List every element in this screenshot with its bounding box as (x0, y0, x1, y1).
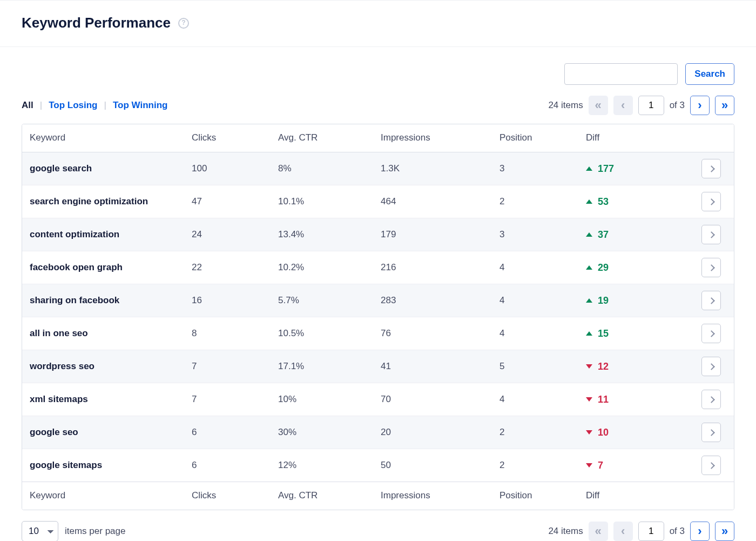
items-per-page-select[interactable]: 10 (22, 521, 58, 541)
pagination-top: 24 items « ‹ of 3 › » (548, 96, 734, 115)
cell-position: 4 (500, 328, 586, 340)
table-footer: Keyword Clicks Avg. CTR Impressions Posi… (22, 482, 734, 510)
diff-value: 10 (598, 426, 609, 439)
chevron-right-icon (708, 264, 715, 271)
page-number-input-bottom[interactable] (638, 522, 664, 541)
page-title: Keyword Performance (22, 14, 171, 32)
cell-ctr: 5.7% (278, 295, 381, 307)
cell-keyword: google search (30, 163, 192, 175)
trend-up-icon (586, 232, 592, 237)
page-number-input[interactable] (638, 96, 664, 115)
trend-up-icon (586, 298, 592, 303)
table-row: xml sitemaps710%70411 (22, 383, 734, 416)
next-page-button[interactable]: › (690, 96, 710, 115)
cell-keyword: all in one seo (30, 328, 192, 340)
cell-impressions: 283 (381, 295, 500, 307)
cell-impressions: 216 (381, 262, 500, 274)
cell-impressions: 1.3K (381, 163, 500, 175)
cell-clicks: 22 (192, 262, 278, 274)
cell-keyword: content optimization (30, 229, 192, 241)
page-of-label-bottom: of 3 (670, 525, 685, 538)
expand-row-button[interactable] (701, 423, 721, 442)
help-icon[interactable]: ? (178, 18, 189, 29)
last-page-button-bottom[interactable]: » (715, 522, 734, 541)
diff-value: 29 (598, 261, 609, 274)
col-position-foot: Position (500, 490, 586, 502)
cell-keyword: google sitemaps (30, 459, 192, 472)
diff-value: 15 (598, 327, 609, 340)
tab-separator: | (40, 99, 42, 112)
cell-impressions: 179 (381, 229, 500, 241)
cell-ctr: 10.2% (278, 262, 381, 274)
table-row: google search1008%1.3K3177 (22, 152, 734, 185)
cell-ctr: 30% (278, 426, 381, 439)
expand-row-button[interactable] (701, 258, 721, 277)
tab-separator: | (104, 99, 106, 112)
expand-row-button[interactable] (701, 291, 721, 310)
cell-position: 4 (500, 393, 586, 406)
expand-row-button[interactable] (701, 456, 721, 475)
expand-row-button[interactable] (701, 390, 721, 409)
table-row: google seo630%20210 (22, 416, 734, 449)
cell-keyword: sharing on facebook (30, 295, 192, 307)
cell-clicks: 16 (192, 295, 278, 307)
diff-value: 7 (598, 459, 603, 472)
cell-keyword: facebook open graph (30, 262, 192, 274)
cell-diff: 11 (586, 393, 678, 406)
filter-tabs: All | Top Losing | Top Winning (22, 99, 167, 112)
table-row: all in one seo810.5%76415 (22, 317, 734, 350)
last-page-button[interactable]: » (715, 96, 734, 115)
chevron-right-icon (708, 231, 715, 238)
prev-page-button-bottom: ‹ (613, 522, 633, 541)
tab-top-losing[interactable]: Top Losing (49, 99, 97, 112)
col-diff-foot: Diff (586, 490, 678, 502)
items-per-page-label: items per page (65, 525, 125, 538)
chevron-right-icon (708, 297, 715, 304)
tab-top-winning[interactable]: Top Winning (113, 99, 168, 112)
table-header: Keyword Clicks Avg. CTR Impressions Posi… (22, 124, 734, 152)
keyword-table: Keyword Clicks Avg. CTR Impressions Posi… (22, 124, 734, 510)
expand-row-button[interactable] (701, 159, 721, 178)
cell-clicks: 47 (192, 196, 278, 208)
expand-row-button[interactable] (701, 324, 721, 343)
chevron-right-icon (708, 363, 715, 370)
chevron-right-icon (708, 429, 715, 436)
trend-down-icon (586, 430, 592, 435)
chevron-right-icon (708, 198, 715, 205)
first-page-button: « (589, 96, 608, 115)
cell-position: 5 (500, 360, 586, 373)
col-impressions[interactable]: Impressions (381, 132, 500, 144)
cell-clicks: 6 (192, 459, 278, 472)
cell-diff: 19 (586, 294, 678, 307)
trend-up-icon (586, 265, 592, 270)
tab-all[interactable]: All (22, 99, 33, 112)
col-position[interactable]: Position (500, 132, 586, 144)
cell-clicks: 7 (192, 360, 278, 373)
search-button[interactable]: Search (685, 63, 734, 85)
next-page-button-bottom[interactable]: › (690, 522, 710, 541)
cell-impressions: 41 (381, 360, 500, 373)
col-diff[interactable]: Diff (586, 132, 678, 144)
chevron-right-icon (708, 462, 715, 469)
cell-clicks: 6 (192, 426, 278, 439)
col-ctr-foot: Avg. CTR (278, 490, 381, 502)
expand-row-button[interactable] (701, 225, 721, 244)
cell-ctr: 10.1% (278, 196, 381, 208)
table-row: content optimization2413.4%179337 (22, 218, 734, 251)
col-ctr[interactable]: Avg. CTR (278, 132, 381, 144)
cell-position: 3 (500, 229, 586, 241)
cell-keyword: wordpress seo (30, 360, 192, 373)
col-keyword-foot: Keyword (30, 490, 192, 502)
table-row: google sitemaps612%5027 (22, 449, 734, 482)
col-clicks[interactable]: Clicks (192, 132, 278, 144)
cell-ctr: 17.1% (278, 360, 381, 373)
search-input[interactable] (564, 63, 678, 85)
diff-value: 11 (598, 393, 609, 406)
cell-clicks: 7 (192, 393, 278, 406)
trend-down-icon (586, 463, 592, 467)
expand-row-button[interactable] (701, 357, 721, 376)
chevron-right-icon (708, 165, 715, 172)
cell-diff: 37 (586, 228, 678, 241)
expand-row-button[interactable] (701, 192, 721, 211)
col-keyword[interactable]: Keyword (30, 132, 192, 144)
